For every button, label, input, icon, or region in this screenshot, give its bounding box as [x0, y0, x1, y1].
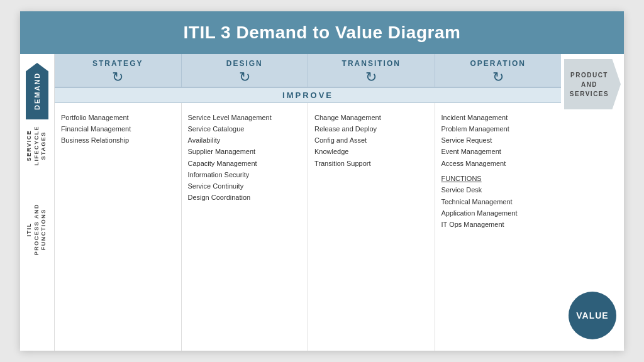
- process-operation-func-2: Technical Management: [441, 196, 555, 207]
- process-design-item-5: Capacity Management: [188, 158, 302, 169]
- process-design-item-6: Information Security: [188, 169, 302, 180]
- stage-design: DESIGN ↻: [182, 54, 309, 87]
- main-content: DEMAND SERVICELIFECYCLESTAGES ITILPROCES…: [20, 54, 624, 351]
- stage-transition: TRANSITION ↻: [308, 54, 435, 87]
- process-strategy-item-3: Business Relationship: [61, 134, 175, 146]
- process-design-item-4: Supplier Management: [188, 146, 302, 157]
- process-row: Portfolio Management Financial Managemen…: [55, 103, 561, 351]
- process-col-operation: Incident Management Problem Management S…: [435, 103, 562, 351]
- process-design-item-2: Service Catalogue: [188, 123, 302, 134]
- process-strategy-item-1: Portfolio Management: [61, 112, 175, 123]
- demand-arrow: DEMAND: [26, 63, 48, 119]
- process-transition-item-1: Change Management: [314, 112, 428, 123]
- product-services-label: PRODUCTANDSERVICES: [570, 70, 609, 99]
- slide: ITIL 3 Demand to Value Diagram DEMAND SE…: [20, 11, 624, 351]
- left-labels: DEMAND SERVICELIFECYCLESTAGES ITILPROCES…: [20, 54, 54, 351]
- process-col-design: Service Level Management Service Catalog…: [182, 103, 309, 351]
- process-transition-item-2: Release and Deploy: [314, 123, 428, 134]
- right-side: PRODUCTANDSERVICES VALUE: [561, 54, 624, 351]
- stages-row: STRATEGY ↻ DESIGN ↻ TRANSITION ↻ OPERATI…: [55, 54, 561, 88]
- process-transition-item-4: Knowledge: [314, 146, 428, 157]
- strategy-cycle-icon: ↻: [112, 70, 123, 84]
- process-transition-item-3: Config and Asset: [314, 134, 428, 146]
- process-design-item-1: Service Level Management: [188, 112, 302, 123]
- process-design-item-8: Design Coordination: [188, 192, 302, 203]
- process-col-transition: Change Management Release and Deploy Con…: [308, 103, 435, 351]
- process-operation-item-1: Incident Management: [441, 112, 555, 123]
- process-operation-func-4: IT Ops Management: [441, 219, 555, 230]
- process-strategy-item-2: Financial Management: [61, 123, 175, 134]
- center-grid: STRATEGY ↻ DESIGN ↻ TRANSITION ↻ OPERATI…: [54, 54, 561, 351]
- stage-transition-label: TRANSITION: [342, 59, 401, 68]
- stage-operation-label: OPERATION: [470, 59, 526, 68]
- process-design-item-7: Service Continuity: [188, 180, 302, 192]
- improve-row: IMPROVE: [55, 88, 561, 103]
- title-bar: ITIL 3 Demand to Value Diagram: [20, 11, 624, 54]
- itil-process-label: ITILPROCESS ANDFUNCTIONS: [26, 204, 48, 255]
- functions-label: FUNCTIONS: [441, 173, 555, 185]
- operation-cycle-icon: ↻: [492, 70, 504, 84]
- process-operation-item-3: Service Request: [441, 134, 555, 146]
- value-label: VALUE: [576, 310, 608, 321]
- process-operation-item-4: Event Management: [441, 146, 555, 157]
- improve-label: IMPROVE: [282, 90, 333, 100]
- stage-strategy-label: STRATEGY: [92, 59, 143, 68]
- process-transition-item-5: Transition Support: [314, 158, 428, 169]
- design-cycle-icon: ↻: [239, 70, 250, 84]
- value-circle: VALUE: [569, 292, 616, 339]
- process-design-item-3: Availability: [188, 134, 302, 146]
- process-col-strategy: Portfolio Management Financial Managemen…: [55, 103, 182, 351]
- product-services-arrow: PRODUCTANDSERVICES: [564, 59, 621, 109]
- transition-cycle-icon: ↻: [365, 70, 377, 84]
- stage-operation: OPERATION ↻: [435, 54, 562, 87]
- service-lifecycle-label: SERVICELIFECYCLESTAGES: [26, 126, 48, 166]
- stage-strategy: STRATEGY ↻: [55, 54, 182, 87]
- stage-design-label: DESIGN: [226, 59, 263, 68]
- process-operation-item-5: Access Management: [441, 158, 555, 169]
- process-operation-func-1: Service Desk: [441, 184, 555, 195]
- slide-title: ITIL 3 Demand to Value Diagram: [184, 23, 461, 42]
- process-operation-func-3: Application Management: [441, 207, 555, 219]
- process-operation-item-2: Problem Management: [441, 123, 555, 134]
